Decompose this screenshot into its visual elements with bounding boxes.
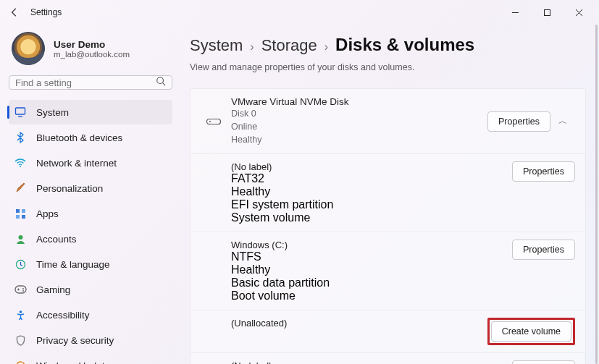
- a11y-icon: [13, 308, 28, 322]
- breadcrumb: System › Storage › Disks & volumes: [190, 35, 586, 55]
- sidebar-item-wifi[interactable]: Network & internet: [9, 151, 172, 175]
- crumb-system[interactable]: System: [190, 36, 243, 55]
- sidebar-item-label: Accessibility: [36, 310, 90, 321]
- wu-icon: [13, 358, 28, 364]
- volume-sub: System volume: [231, 211, 512, 224]
- sidebar-item-label: Bluetooth & devices: [36, 132, 122, 143]
- svg-point-2: [157, 77, 164, 84]
- disk-sub2: Online: [231, 120, 487, 133]
- volume-sub: Basic data partition: [231, 276, 512, 289]
- disk-sub1: Disk 0: [231, 107, 487, 120]
- svg-rect-13: [15, 286, 26, 293]
- volume-title: (No label): [231, 360, 512, 364]
- svg-point-16: [19, 310, 22, 313]
- disk-title: VMware Virtual NVMe Disk: [231, 96, 487, 107]
- volume-row[interactable]: (No label)FAT32HealthyEFI system partiti…: [190, 154, 585, 232]
- brush-icon: [13, 181, 28, 195]
- game-icon: [13, 282, 28, 297]
- disk-header[interactable]: VMware Virtual NVMe Disk Disk 0 Online H…: [190, 89, 585, 154]
- avatar: [12, 32, 45, 65]
- disk-properties-button[interactable]: Properties: [487, 111, 550, 132]
- disk-sub3: Healthy: [231, 133, 487, 146]
- profile-block[interactable]: User Demo m_lab@outlook.com: [9, 29, 172, 75]
- maximize-button[interactable]: [531, 1, 563, 23]
- volume-sub: Boot volume: [231, 289, 512, 302]
- sidebar-item-time[interactable]: Time & language: [9, 252, 172, 276]
- volume-properties-button[interactable]: Properties: [512, 360, 575, 364]
- search-input[interactable]: [15, 77, 156, 88]
- scrollbar[interactable]: [595, 25, 598, 364]
- sidebar-item-acct[interactable]: Accounts: [9, 227, 172, 251]
- sidebar-item-label: Windows Update: [36, 360, 110, 365]
- volume-row[interactable]: Windows (C:)NTFSHealthyBasic data partit…: [190, 232, 585, 310]
- svg-rect-4: [16, 108, 25, 114]
- volume-title: (Unallocated): [231, 318, 487, 329]
- volume-properties-button[interactable]: Properties: [512, 161, 575, 182]
- volume-sub: NTFS: [231, 250, 512, 263]
- volume-title: (No label): [231, 161, 512, 172]
- sidebar-item-label: Apps: [36, 208, 59, 219]
- main-pane: System › Storage › Disks & volumes View …: [180, 25, 599, 364]
- sidebar-item-label: Personalization: [36, 183, 103, 194]
- svg-line-3: [163, 83, 166, 86]
- nav-list: SystemBluetooth & devicesNetwork & inter…: [9, 100, 172, 364]
- apps-icon: [13, 206, 28, 221]
- crumb-current: Disks & volumes: [335, 35, 474, 55]
- titlebar: Settings: [0, 0, 599, 25]
- volume-properties-button[interactable]: Properties: [512, 240, 575, 260]
- volume-row[interactable]: (No label)NTFSHealthyMicrosoft recovery …: [190, 353, 585, 364]
- profile-name: User Demo: [54, 39, 130, 50]
- priv-icon: [13, 333, 28, 347]
- sidebar-item-apps[interactable]: Apps: [9, 201, 172, 226]
- sidebar-item-wu[interactable]: Windows Update: [9, 353, 172, 364]
- svg-rect-1: [544, 9, 550, 15]
- svg-point-6: [20, 166, 21, 167]
- chevron-right-icon: ›: [250, 41, 254, 54]
- create-volume-button[interactable]: Create volume: [491, 321, 571, 342]
- sidebar-item-label: Gaming: [36, 284, 70, 295]
- system-icon: [13, 105, 28, 119]
- sidebar-item-label: System: [36, 107, 69, 118]
- sidebar-item-game[interactable]: Gaming: [9, 277, 172, 302]
- volume-title: Windows (C:): [231, 240, 512, 250]
- sidebar-item-priv[interactable]: Privacy & security: [9, 328, 172, 352]
- time-icon: [13, 257, 28, 271]
- search-icon: [156, 76, 166, 89]
- window-title: Settings: [30, 7, 62, 17]
- crumb-storage[interactable]: Storage: [261, 36, 317, 55]
- sidebar-item-brush[interactable]: Personalization: [9, 176, 172, 200]
- svg-point-18: [209, 121, 211, 122]
- volume-sub: Healthy: [231, 263, 512, 276]
- bt-icon: [13, 130, 28, 145]
- highlight-box: Create volume: [487, 318, 575, 345]
- back-button[interactable]: [4, 2, 25, 22]
- volume-sub: Healthy: [231, 185, 512, 198]
- acct-icon: [13, 232, 28, 246]
- volume-row[interactable]: (Unallocated)Create volume: [190, 310, 585, 353]
- svg-rect-7: [16, 209, 20, 213]
- svg-point-11: [18, 235, 22, 240]
- disk-panel: VMware Virtual NVMe Disk Disk 0 Online H…: [190, 88, 586, 364]
- chevron-right-icon: ›: [324, 41, 328, 54]
- minimize-button[interactable]: [499, 1, 531, 23]
- sidebar: User Demo m_lab@outlook.com SystemBlueto…: [0, 25, 180, 364]
- sidebar-item-system[interactable]: System: [9, 100, 172, 124]
- svg-rect-17: [207, 119, 221, 124]
- profile-email: m_lab@outlook.com: [54, 50, 130, 59]
- volume-sub: FAT32: [231, 172, 512, 185]
- sidebar-item-label: Time & language: [36, 259, 110, 270]
- search-box[interactable]: [9, 75, 172, 90]
- sidebar-item-label: Accounts: [36, 234, 77, 245]
- sidebar-item-label: Network & internet: [36, 158, 117, 169]
- wifi-icon: [13, 156, 28, 170]
- sidebar-item-label: Privacy & security: [36, 335, 114, 346]
- svg-rect-10: [22, 215, 25, 219]
- close-button[interactable]: [563, 1, 595, 23]
- svg-rect-9: [16, 215, 20, 219]
- svg-rect-8: [22, 209, 25, 213]
- svg-point-15: [22, 290, 24, 292]
- sidebar-item-a11y[interactable]: Accessibility: [9, 302, 172, 327]
- page-description: View and manage properties of your disks…: [190, 62, 586, 72]
- sidebar-item-bt[interactable]: Bluetooth & devices: [9, 125, 172, 150]
- chevron-up-icon[interactable]: ︿: [550, 115, 575, 127]
